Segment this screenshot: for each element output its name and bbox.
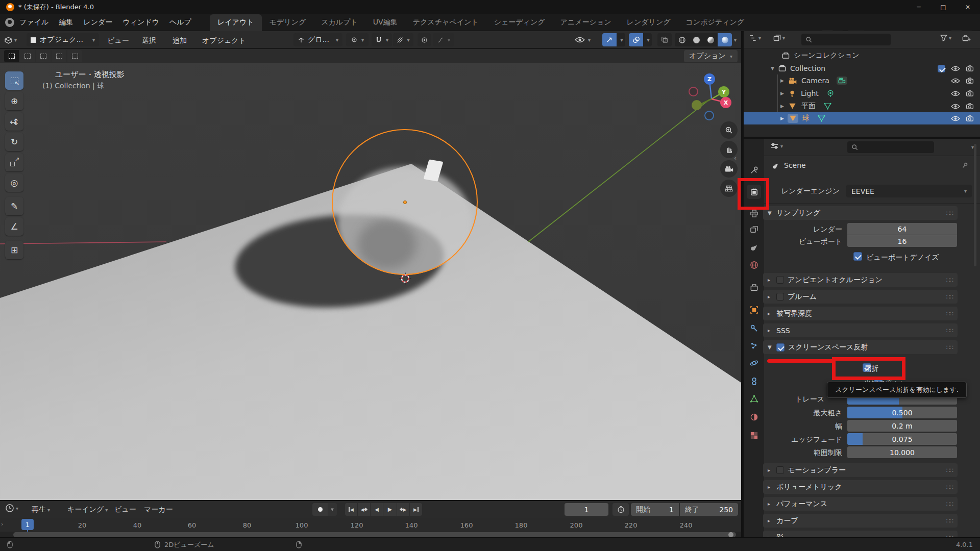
zoom-button[interactable] xyxy=(720,121,738,139)
gizmo-y-axis[interactable]: Y xyxy=(718,86,729,97)
select-mode-set[interactable] xyxy=(4,50,19,62)
panel-screen-space-reflections[interactable]: ▼ スクリーンスペース反射 ∷∷ xyxy=(763,340,958,354)
expand-arrow-icon[interactable]: ▼ xyxy=(771,66,774,71)
sidebar-toggle-arrow[interactable]: ‹ xyxy=(734,154,737,162)
next-keyframe-button[interactable]: ▶ xyxy=(397,503,409,516)
thickness-field[interactable]: 0.2 m xyxy=(847,420,957,432)
shading-rendered-icon[interactable] xyxy=(718,33,732,46)
orthographic-toggle-button[interactable] xyxy=(720,180,738,197)
menu-keying[interactable]: キーイング▾ xyxy=(62,503,113,516)
camera-restrict-icon[interactable] xyxy=(966,65,974,72)
horizontal-splitter[interactable] xyxy=(744,137,980,139)
render-engine-dropdown[interactable]: EEVEE ▾ xyxy=(846,185,972,197)
sampling-viewport-field[interactable]: 16 xyxy=(847,235,957,247)
eye-icon[interactable] xyxy=(951,115,960,122)
new-collection-button[interactable] xyxy=(962,34,971,42)
gizmo-neg-z-axis[interactable] xyxy=(704,111,714,120)
panel-sss[interactable]: ▸ SSS ∷∷ xyxy=(763,323,958,337)
outliner-row-plane[interactable]: ▶ 平面 xyxy=(744,100,980,112)
max-roughness-slider[interactable]: 0.500 xyxy=(847,407,957,418)
drag-handle-icon[interactable]: ∷∷ xyxy=(946,327,953,334)
record-button[interactable] xyxy=(312,503,328,516)
camera-view-button[interactable] xyxy=(720,160,738,178)
menu-view[interactable]: ビュー xyxy=(102,34,134,47)
timeline-scroll-thumb[interactable] xyxy=(13,532,736,537)
edge-fading-slider[interactable]: 0.075 xyxy=(847,433,957,445)
frame-end-field[interactable]: 終了 250 xyxy=(680,503,738,516)
expand-arrow-icon[interactable]: ▶ xyxy=(780,104,784,109)
expand-arrow-icon[interactable]: ▶ xyxy=(780,116,784,121)
play-button[interactable]: ▶ xyxy=(383,503,397,516)
panel-ambient-occlusion[interactable]: ▸ アンビエントオクルージョン ∷∷ xyxy=(763,273,958,287)
tab-world-icon[interactable] xyxy=(747,258,761,272)
tab-texture-paint[interactable]: テクスチャペイント xyxy=(405,14,486,31)
expand-arrow-icon[interactable]: ▶ xyxy=(780,78,784,83)
pin-icon[interactable] xyxy=(962,162,969,169)
tab-material-icon[interactable] xyxy=(747,410,761,424)
panel-depth-of-field[interactable]: ▸ 被写界深度 ∷∷ xyxy=(763,307,958,320)
panel-motion-blur[interactable]: ▸ モーションブラー ∷∷ xyxy=(763,463,958,477)
timeline-zoom-handle[interactable] xyxy=(728,532,733,537)
tab-collection-icon[interactable] xyxy=(747,280,761,294)
tool-measure[interactable]: ∠ xyxy=(5,217,23,236)
overlays-toggle[interactable]: ▾ xyxy=(629,33,652,46)
drag-handle-icon[interactable]: ∷∷ xyxy=(946,210,953,217)
select-mode-subtract[interactable] xyxy=(36,50,51,62)
mode-dropdown[interactable]: オブジェク... ▾ xyxy=(27,33,99,46)
menu-help[interactable]: ヘルプ xyxy=(164,16,197,29)
menu-timeline-view[interactable]: ビュー xyxy=(109,503,141,516)
select-mode-intersect[interactable] xyxy=(67,50,82,62)
maximize-button[interactable]: □ xyxy=(931,0,955,14)
snap-toggle[interactable]: ▾ xyxy=(372,33,392,46)
drag-handle-icon[interactable]: ∷∷ xyxy=(946,500,953,508)
menu-markers[interactable]: マーカー xyxy=(139,503,178,516)
pivot-dropdown[interactable]: ▾ xyxy=(346,33,369,46)
tool-cursor[interactable]: ⊕ xyxy=(5,92,23,110)
panel-bloom[interactable]: ▸ ブルーム ∷∷ xyxy=(763,290,958,304)
panel-sampling[interactable]: ▼ サンプリング ∷∷ xyxy=(763,206,958,220)
tab-shading[interactable]: シェーディング xyxy=(486,14,553,31)
drag-handle-icon[interactable]: ∷∷ xyxy=(946,484,953,491)
play-reverse-button[interactable]: ◀ xyxy=(371,503,383,516)
drag-handle-icon[interactable]: ∷∷ xyxy=(946,310,953,317)
gizmo-neg-y-axis[interactable] xyxy=(692,100,702,110)
menu-object[interactable]: オブジェクト xyxy=(197,34,251,47)
vertical-splitter[interactable] xyxy=(741,31,744,537)
gizmo-x-axis[interactable]: X xyxy=(720,97,731,108)
menu-window[interactable]: ウィンドウ xyxy=(117,16,164,29)
gizmo-z-axis[interactable]: Z xyxy=(704,73,715,85)
properties-editor-type-button[interactable]: ▾ xyxy=(770,142,783,150)
drag-handle-icon[interactable]: ∷∷ xyxy=(946,517,953,524)
drag-handle-icon[interactable]: ∷∷ xyxy=(946,277,953,284)
axis-gizmo[interactable]: Z Y X xyxy=(682,67,741,129)
outliner-display-mode-button[interactable]: ▾ xyxy=(773,34,785,42)
outliner-filter-button[interactable]: ▾ xyxy=(940,34,951,41)
close-button[interactable]: ✕ xyxy=(955,0,980,14)
camera-data-icon[interactable] xyxy=(837,77,847,85)
tab-animation[interactable]: アニメーション xyxy=(553,14,619,31)
eye-icon[interactable] xyxy=(951,103,960,110)
tool-rotate[interactable]: ↻ xyxy=(5,133,23,151)
drag-handle-icon[interactable]: ∷∷ xyxy=(946,344,953,351)
eye-icon[interactable] xyxy=(951,90,960,97)
menu-edit[interactable]: 編集 xyxy=(54,16,78,29)
frame-start-field[interactable]: 開始 1 xyxy=(631,503,679,516)
panel-volumetrics[interactable]: ▸ ボリューメトリック ∷∷ xyxy=(763,480,958,494)
options-dropdown[interactable]: オプション▾ xyxy=(684,50,738,62)
menu-file[interactable]: ファイル xyxy=(14,16,54,29)
prev-keyframe-button[interactable]: ◀ xyxy=(358,503,370,516)
xray-toggle[interactable] xyxy=(657,33,672,46)
motion-blur-checkbox[interactable] xyxy=(776,466,784,474)
proportional-edit-toggle[interactable] xyxy=(418,33,431,46)
tool-add-primitive[interactable]: ⊞ xyxy=(5,241,23,259)
drag-handle-icon[interactable]: ∷∷ xyxy=(946,293,953,300)
viewport-denoise-checkbox[interactable] xyxy=(853,252,862,261)
current-frame-badge[interactable]: 1 xyxy=(21,519,34,530)
gizmo-toggle[interactable]: ▾ xyxy=(602,33,625,46)
tab-modeling[interactable]: モデリング xyxy=(262,14,314,31)
eye-icon[interactable] xyxy=(951,65,960,72)
blender-menu-icon[interactable] xyxy=(5,18,14,27)
shading-material-icon[interactable] xyxy=(703,33,718,46)
tab-tool-icon[interactable] xyxy=(747,163,761,177)
editor-type-button[interactable]: ▾ xyxy=(4,33,17,46)
